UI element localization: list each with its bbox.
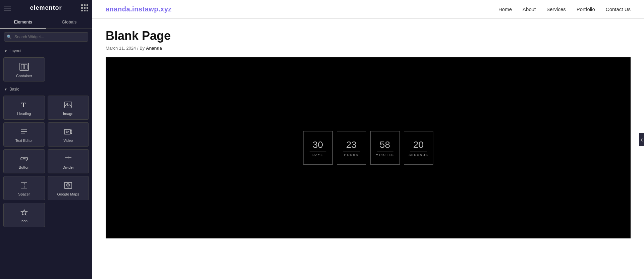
nav-link-portfolio[interactable]: Portfolio xyxy=(577,6,595,12)
svg-point-5 xyxy=(66,103,68,105)
icon-label: Icon xyxy=(20,219,28,223)
basic-section-title: Basic xyxy=(9,87,19,92)
google-maps-label: Google Maps xyxy=(57,192,79,196)
button-label: Button xyxy=(19,165,30,169)
countdown-hours-box: 23 HOURS xyxy=(337,131,366,165)
svg-marker-24 xyxy=(21,210,27,215)
svg-rect-1 xyxy=(21,64,24,69)
widget-text-editor[interactable]: Text Editor xyxy=(3,122,45,147)
layout-section-title: Layout xyxy=(9,49,21,53)
countdown-minutes-value: 58 xyxy=(380,139,390,151)
text-editor-label: Text Editor xyxy=(15,138,33,143)
video-icon xyxy=(64,128,72,136)
nav-link-services[interactable]: Services xyxy=(546,6,566,12)
google-maps-icon xyxy=(64,182,72,190)
nav-links: Home About Services Portfolio Contact Us xyxy=(498,6,631,12)
basic-arrow-icon: ▼ xyxy=(4,88,7,91)
svg-marker-10 xyxy=(66,131,69,133)
spacer-label: Spacer xyxy=(18,192,30,196)
countdown-days-box: 30 DAYS xyxy=(303,131,333,165)
nav-link-home[interactable]: Home xyxy=(498,6,512,12)
tab-globals[interactable]: Globals xyxy=(46,16,93,29)
widget-spacer[interactable]: Spacer xyxy=(3,176,45,200)
video-label: Video xyxy=(63,138,73,143)
nav-link-about[interactable]: About xyxy=(523,6,536,12)
icon-widget-icon xyxy=(20,209,29,217)
countdown-days-value: 30 xyxy=(313,139,323,151)
elementor-panel: elementor Elements Globals 🔍 ▼ Layout xyxy=(0,0,92,279)
page-meta-by: By xyxy=(140,46,145,51)
page-title: Blank Page xyxy=(106,29,631,43)
page-author: Ananda xyxy=(146,46,162,51)
elementor-logo: elementor xyxy=(30,4,62,11)
svg-rect-2 xyxy=(24,64,27,69)
page-content-area: Blank Page March 11, 2024 / By Ananda 30… xyxy=(92,19,644,279)
search-input[interactable] xyxy=(4,32,88,42)
page-date: March 11, 2024 xyxy=(106,46,136,51)
countdown-minutes-label: MINUTES xyxy=(376,153,394,157)
nav-link-contact[interactable]: Contact Us xyxy=(606,6,631,12)
svg-marker-20 xyxy=(23,183,25,184)
panel-header: elementor xyxy=(0,0,92,16)
countdown-minutes-box: 58 MINUTES xyxy=(370,131,400,165)
widget-search-area: 🔍 xyxy=(0,29,92,45)
svg-text:T: T xyxy=(21,101,26,109)
hamburger-menu-icon[interactable] xyxy=(4,6,11,10)
top-navigation: ananda.instawp.xyz Home About Services P… xyxy=(92,0,644,19)
widget-button[interactable]: Button xyxy=(3,149,45,173)
widget-google-maps[interactable]: Google Maps xyxy=(48,176,89,200)
search-icon: 🔍 xyxy=(7,35,12,39)
countdown-seconds-value: 20 xyxy=(413,139,424,151)
heading-label: Heading xyxy=(17,112,31,116)
countdown-seconds-label: SECONDS xyxy=(409,153,428,157)
button-icon xyxy=(20,155,29,163)
countdown-hours-value: 23 xyxy=(346,139,357,151)
countdown-days-divider xyxy=(310,152,326,152)
layout-arrow-icon: ▼ xyxy=(4,49,7,53)
svg-marker-21 xyxy=(23,187,25,188)
widget-image[interactable]: Image xyxy=(48,96,89,120)
svg-rect-4 xyxy=(64,102,72,108)
countdown-days-label: DAYS xyxy=(313,153,323,157)
widget-divider[interactable]: Divider xyxy=(48,149,89,173)
page-meta: March 11, 2024 / By Ananda xyxy=(106,46,631,51)
site-domain: ananda.instawp.xyz xyxy=(106,5,172,13)
svg-marker-16 xyxy=(68,156,68,157)
widget-heading[interactable]: T Heading xyxy=(3,96,45,120)
divider-icon xyxy=(64,155,72,163)
countdown-minutes-divider xyxy=(377,152,393,152)
svg-marker-15 xyxy=(68,158,68,159)
countdown-container: 30 DAYS 23 HOURS 58 MINUTES 20 xyxy=(303,131,433,165)
panel-tabs: Elements Globals xyxy=(0,16,92,29)
countdown-hours-label: HOURS xyxy=(344,153,359,157)
widget-video[interactable]: Video xyxy=(48,122,89,147)
widget-container[interactable]: Container xyxy=(3,57,45,81)
spacer-icon xyxy=(20,182,29,190)
layout-section-label[interactable]: ▼ Layout xyxy=(0,45,92,55)
countdown-hours-divider xyxy=(343,152,360,152)
tab-elements[interactable]: Elements xyxy=(0,16,46,29)
image-icon xyxy=(64,101,72,110)
divider-label: Divider xyxy=(62,165,74,169)
layout-widget-grid: Container xyxy=(0,55,92,83)
basic-section-label[interactable]: ▼ Basic xyxy=(0,83,92,94)
widget-icon[interactable]: Icon xyxy=(3,203,45,227)
main-content: ananda.instawp.xyz Home About Services P… xyxy=(92,0,644,279)
countdown-seconds-divider xyxy=(410,152,427,152)
text-editor-icon xyxy=(20,128,29,136)
grid-menu-icon[interactable] xyxy=(81,4,88,11)
container-label: Container xyxy=(16,74,32,78)
basic-widget-grid: T Heading Image xyxy=(0,94,92,229)
countdown-section: 30 DAYS 23 HOURS 58 MINUTES 20 xyxy=(106,57,631,238)
heading-icon: T xyxy=(20,101,29,110)
image-label: Image xyxy=(63,112,73,116)
svg-point-23 xyxy=(68,184,69,185)
container-icon xyxy=(19,63,29,72)
countdown-seconds-box: 20 SECONDS xyxy=(404,131,433,165)
